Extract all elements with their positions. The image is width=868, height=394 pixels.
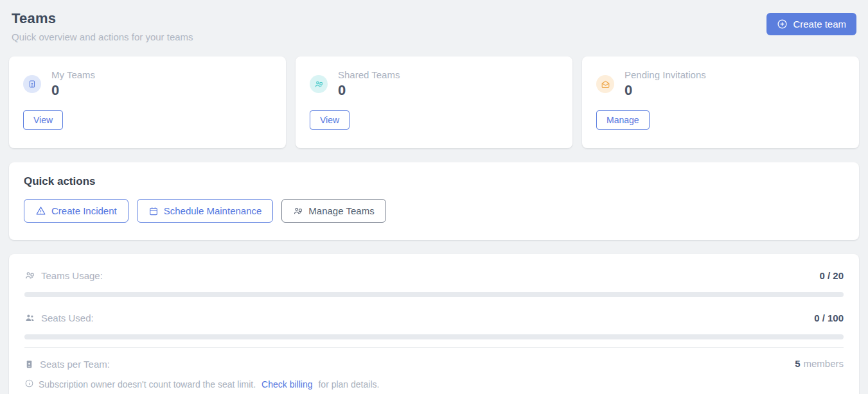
stat-value: 0 bbox=[338, 82, 400, 99]
seats-per-team-number: 5 bbox=[795, 358, 800, 369]
manage-invitations-button[interactable]: Manage bbox=[596, 110, 650, 130]
shared-teams-stat: Shared Teams 0 bbox=[338, 69, 400, 99]
create-incident-label: Create Incident bbox=[51, 205, 117, 216]
seats-per-team-row: Seats per Team: 5members bbox=[24, 352, 844, 376]
manage-teams-label: Manage Teams bbox=[308, 205, 374, 216]
calendar-icon bbox=[148, 206, 159, 216]
id-badge-icon bbox=[23, 75, 41, 93]
schedule-maintenance-button[interactable]: Schedule Maintenance bbox=[137, 199, 274, 223]
users-outline-icon bbox=[24, 270, 35, 281]
teams-usage-label-wrap: Teams Usage: bbox=[24, 270, 103, 281]
schedule-maintenance-label: Schedule Maintenance bbox=[164, 205, 262, 216]
pending-invitations-card: Pending Invitations 0 Manage bbox=[582, 56, 859, 148]
shared-teams-card: Shared Teams 0 View bbox=[296, 56, 572, 148]
view-shared-teams-button[interactable]: View bbox=[310, 110, 350, 130]
seats-used-label-wrap: Seats Used: bbox=[24, 313, 94, 323]
users-filled-icon bbox=[24, 313, 35, 323]
seats-per-team-label-wrap: Seats per Team: bbox=[24, 359, 110, 370]
my-teams-card: My Teams 0 View bbox=[9, 56, 286, 148]
stat-label: My Teams bbox=[51, 69, 95, 80]
teams-usage-progressbar bbox=[24, 292, 844, 297]
teams-usage-row: Teams Usage: 0 / 20 bbox=[24, 262, 844, 288]
mail-open-icon bbox=[596, 75, 614, 93]
plus-circle-icon bbox=[777, 19, 788, 30]
warning-triangle-icon bbox=[35, 205, 46, 216]
seat-limit-note-text: Subscription owner doesn't count toward … bbox=[39, 379, 256, 390]
usage-divider bbox=[24, 347, 844, 348]
my-teams-stat: My Teams 0 bbox=[51, 69, 95, 99]
stat-value: 0 bbox=[624, 82, 706, 99]
users-icon bbox=[310, 75, 328, 93]
stat-label: Shared Teams bbox=[338, 69, 400, 80]
page-header-text: Teams Quick overview and actions for you… bbox=[12, 10, 193, 42]
view-my-teams-button[interactable]: View bbox=[23, 110, 63, 130]
seats-used-row: Seats Used: 0 / 100 bbox=[24, 305, 844, 330]
seats-used-progressbar bbox=[24, 334, 844, 339]
page-subtitle: Quick overview and actions for your team… bbox=[12, 31, 193, 42]
users-icon bbox=[293, 206, 303, 216]
check-billing-link[interactable]: Check billing bbox=[261, 379, 312, 390]
page-title: Teams bbox=[12, 10, 193, 27]
teams-usage-label: Teams Usage: bbox=[41, 270, 103, 281]
seats-used-label: Seats Used: bbox=[41, 313, 94, 323]
usage-card: Teams Usage: 0 / 20 Seats Used: 0 / 100 bbox=[9, 254, 859, 394]
create-team-label: Create team bbox=[793, 19, 846, 30]
stat-cards-row: My Teams 0 View Shared Teams bbox=[9, 56, 859, 148]
stat-value: 0 bbox=[51, 82, 95, 99]
seats-per-team-label: Seats per Team: bbox=[40, 359, 110, 370]
create-team-button[interactable]: Create team bbox=[766, 13, 856, 35]
pending-invitations-stat: Pending Invitations 0 bbox=[624, 69, 706, 99]
seats-used-value: 0 / 100 bbox=[814, 313, 844, 323]
quick-actions-row: Create Incident Schedule Maintenance bbox=[24, 199, 844, 223]
seats-per-team-value: 5members bbox=[795, 358, 844, 370]
page-header: Teams Quick overview and actions for you… bbox=[9, 9, 859, 42]
id-badge-icon bbox=[24, 359, 34, 369]
manage-teams-button[interactable]: Manage Teams bbox=[281, 199, 385, 223]
seats-per-team-unit: members bbox=[803, 358, 844, 369]
seat-limit-note-suffix: for plan details. bbox=[318, 379, 379, 390]
stat-label: Pending Invitations bbox=[624, 69, 706, 80]
quick-actions-title: Quick actions bbox=[24, 175, 844, 188]
teams-page: Teams Quick overview and actions for you… bbox=[0, 0, 868, 394]
create-incident-button[interactable]: Create Incident bbox=[24, 199, 128, 223]
quick-actions-card: Quick actions Create Incident bbox=[9, 162, 859, 240]
seat-limit-note: Subscription owner doesn't count toward … bbox=[24, 379, 844, 390]
teams-usage-value: 0 / 20 bbox=[819, 270, 844, 281]
info-circle-icon bbox=[24, 379, 34, 390]
